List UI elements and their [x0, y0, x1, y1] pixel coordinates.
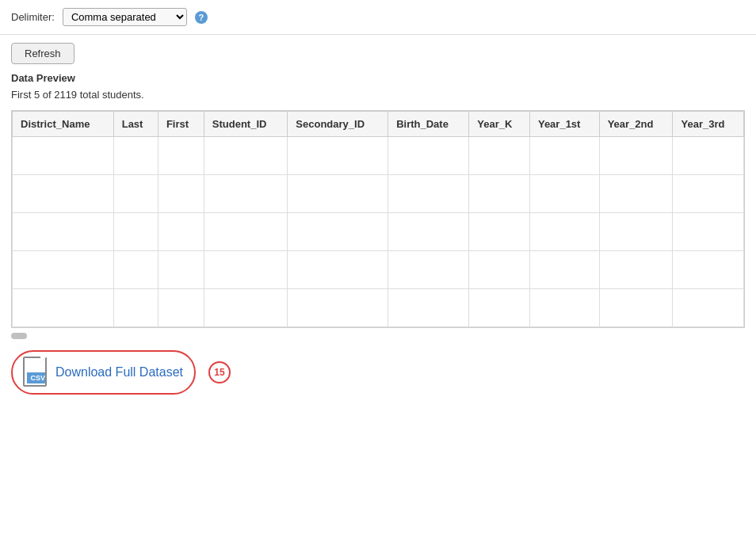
- table-cell: [529, 137, 599, 175]
- table-cell: [13, 289, 114, 327]
- table-cell: [13, 175, 114, 213]
- csv-icon: CSV;: [21, 357, 49, 388]
- table-cell: [388, 289, 469, 327]
- help-icon[interactable]: ?: [195, 11, 208, 24]
- table-cell: [113, 213, 158, 251]
- table-cell: [673, 289, 744, 327]
- table-row: [13, 251, 744, 289]
- table-cell: [469, 251, 530, 289]
- table-row: [13, 175, 744, 213]
- table-cell: [388, 175, 469, 213]
- table-cell: [113, 137, 158, 175]
- table-cell: [673, 137, 744, 175]
- table-cell: [113, 289, 158, 327]
- table-cell: [288, 251, 388, 289]
- table-header-cell: Year_2nd: [599, 112, 673, 137]
- table-cell: [288, 137, 388, 175]
- table-cell: [599, 289, 673, 327]
- table-row: [13, 213, 744, 251]
- table-cell: [113, 175, 158, 213]
- table-header-cell: Last: [113, 112, 158, 137]
- table-header-cell: Year_1st: [529, 112, 599, 137]
- table-header-cell: Secondary_ID: [288, 112, 388, 137]
- table-cell: [673, 213, 744, 251]
- horizontal-scrollbar[interactable]: [11, 333, 27, 339]
- table-cell: [204, 289, 288, 327]
- table-cell: [673, 175, 744, 213]
- csv-icon-label: CSV;: [27, 372, 47, 383]
- table-header-cell: Year_K: [469, 112, 530, 137]
- table-cell: [158, 251, 204, 289]
- table-cell: [388, 251, 469, 289]
- refresh-button[interactable]: Refresh: [11, 43, 74, 64]
- download-badge: 15: [208, 361, 231, 383]
- table-cell: [13, 213, 114, 251]
- table-header-cell: Student_ID: [204, 112, 288, 137]
- data-preview-section: Data Preview First 5 of 2119 total stude…: [0, 72, 756, 328]
- data-preview-title: Data Preview: [11, 72, 745, 84]
- table-cell: [158, 289, 204, 327]
- refresh-area: Refresh: [0, 35, 756, 72]
- data-table-wrapper: District_NameLastFirstStudent_IDSecondar…: [11, 110, 745, 328]
- table-row: [13, 289, 744, 327]
- table-header-cell: Year_3rd: [673, 112, 744, 137]
- download-area: CSV; Download Full Dataset 15: [0, 344, 756, 410]
- table-cell: [388, 137, 469, 175]
- table-cell: [469, 213, 530, 251]
- table-cell: [204, 251, 288, 289]
- table-cell: [204, 175, 288, 213]
- table-cell: [599, 137, 673, 175]
- download-oval[interactable]: CSV; Download Full Dataset: [11, 350, 196, 395]
- table-cell: [158, 175, 204, 213]
- table-cell: [288, 175, 388, 213]
- data-table: District_NameLastFirstStudent_IDSecondar…: [12, 111, 744, 327]
- download-link-text[interactable]: Download Full Dataset: [55, 365, 183, 380]
- table-header-row: District_NameLastFirstStudent_IDSecondar…: [13, 112, 744, 137]
- table-cell: [288, 289, 388, 327]
- table-cell: [529, 213, 599, 251]
- delimiter-label: Delimiter:: [11, 11, 55, 23]
- table-cell: [204, 137, 288, 175]
- table-cell: [529, 175, 599, 213]
- table-cell: [599, 213, 673, 251]
- table-cell: [599, 251, 673, 289]
- table-cell: [388, 213, 469, 251]
- table-cell: [288, 213, 388, 251]
- table-cell: [599, 175, 673, 213]
- table-cell: [13, 251, 114, 289]
- table-header-cell: District_Name: [13, 112, 114, 137]
- table-cell: [113, 251, 158, 289]
- delimiter-select[interactable]: Comma separatedTab separatedSemicolon se…: [63, 8, 187, 26]
- table-cell: [469, 175, 530, 213]
- table-header-cell: First: [158, 112, 204, 137]
- table-cell: [204, 213, 288, 251]
- table-cell: [673, 251, 744, 289]
- table-cell: [158, 213, 204, 251]
- delimiter-bar: Delimiter: Comma separatedTab separatedS…: [0, 0, 756, 35]
- csv-corner-white: [40, 357, 47, 363]
- data-preview-subtitle: First 5 of 2119 total students.: [11, 89, 745, 101]
- table-cell: [529, 289, 599, 327]
- table-header-cell: Birth_Date: [388, 112, 469, 137]
- scrollbar-area: [0, 328, 756, 344]
- table-cell: [158, 137, 204, 175]
- table-cell: [529, 251, 599, 289]
- table-cell: [13, 137, 114, 175]
- table-cell: [469, 289, 530, 327]
- table-cell: [469, 137, 530, 175]
- table-row: [13, 137, 744, 175]
